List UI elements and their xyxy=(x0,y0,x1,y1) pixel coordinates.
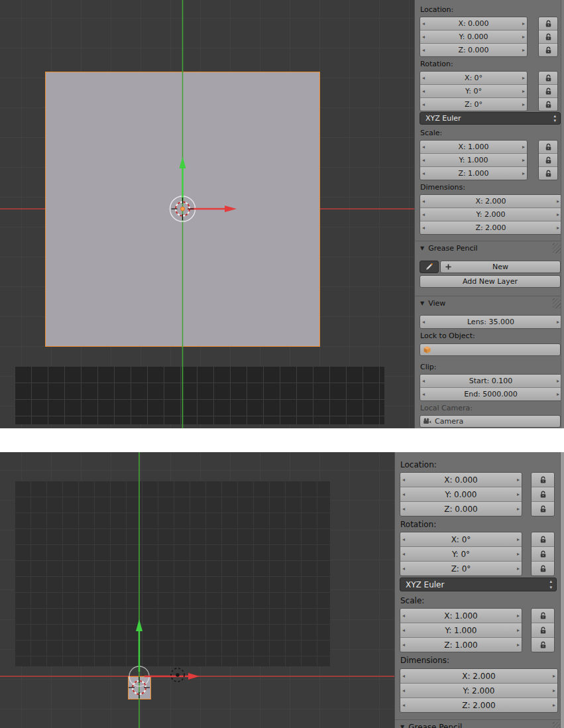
rotation-y-field[interactable]: Y: 0° xyxy=(400,546,522,561)
camera-icon xyxy=(423,417,431,426)
location-x-field[interactable]: X: 0.000 xyxy=(400,473,522,487)
scale-z-field[interactable]: Z: 1.000 xyxy=(420,166,527,180)
location-z-lock-button[interactable] xyxy=(532,501,554,516)
scale-y-lock-button[interactable] xyxy=(532,623,554,637)
rotation-x-field[interactable]: X: 0° xyxy=(400,532,522,546)
dimensions-y-field[interactable]: Y: 2.000 xyxy=(420,208,561,221)
scale-z-lock-button[interactable] xyxy=(532,637,554,652)
clip-start-field[interactable]: Start: 0.100 xyxy=(420,375,561,387)
location-z-lock-button[interactable] xyxy=(539,43,557,56)
location-y-field[interactable]: Y: 0.000 xyxy=(420,30,527,43)
panel-scrollbar[interactable] xyxy=(560,452,564,728)
translate-gizmo[interactable] xyxy=(170,156,237,221)
rotation-mode-dropdown[interactable]: XYZ Euler xyxy=(420,112,561,125)
location-y-field[interactable]: Y: 0.000 xyxy=(400,487,522,501)
viewport-overlay xyxy=(0,0,414,428)
grease-pencil-new-button[interactable]: New xyxy=(440,261,561,273)
panel-scrollbar[interactable] xyxy=(561,0,564,428)
lock-to-object-label: Lock to Object: xyxy=(420,332,475,340)
object-cube-icon xyxy=(423,345,431,354)
gizmo-right-arrowhead[interactable] xyxy=(188,673,199,680)
point-lamp-object[interactable] xyxy=(171,668,184,682)
location-z-field[interactable]: Z: 0.000 xyxy=(400,501,522,516)
gizmo-up-arrowhead[interactable] xyxy=(180,156,186,168)
location-z-field[interactable]: Z: 0.000 xyxy=(420,43,527,56)
dimensions-z-field[interactable]: Z: 2.000 xyxy=(400,698,557,712)
scale-x-lock-button[interactable] xyxy=(539,141,557,153)
gizmo-right-arrowhead[interactable] xyxy=(225,206,237,212)
add-new-layer-button[interactable]: Add New Layer xyxy=(420,275,561,288)
scale-x-field[interactable]: X: 1.000 xyxy=(400,609,522,623)
lens-field[interactable]: Lens: 35.000 xyxy=(420,316,561,328)
unlock-icon xyxy=(539,626,547,635)
rotation-z-lock-button[interactable] xyxy=(532,561,554,576)
clip-end-field[interactable]: End: 5000.000 xyxy=(420,387,561,400)
rotation-label: Rotation: xyxy=(420,60,453,68)
scale-y-field[interactable]: Y: 1.000 xyxy=(420,153,527,166)
unlock-icon xyxy=(544,100,553,109)
scale-z-lock-button[interactable] xyxy=(539,166,557,180)
grease-pencil-panel-header[interactable]: ▼ Grease Pencil xyxy=(395,719,564,728)
unlock-icon xyxy=(539,475,547,484)
grease-pencil-header-label: Grease Pencil xyxy=(408,723,462,728)
scale-y-lock-button[interactable] xyxy=(539,153,557,166)
grease-pencil-header-label: Grease Pencil xyxy=(428,244,477,253)
unlock-icon xyxy=(539,505,547,513)
scale-lock-column xyxy=(531,608,555,652)
scale-x-field[interactable]: X: 1.000 xyxy=(420,141,527,153)
local-camera-label: Local Camera: xyxy=(420,404,473,412)
dimensions-x-field[interactable]: X: 2.000 xyxy=(400,669,557,683)
location-y-lock-button[interactable] xyxy=(532,487,554,501)
rotation-z-lock-button[interactable] xyxy=(539,97,557,111)
viewport-overlay xyxy=(0,452,394,728)
rotation-label: Rotation: xyxy=(400,520,436,529)
3d-viewport[interactable] xyxy=(0,0,414,428)
location-fields: X: 0.000 Y: 0.000 Z: 0.000 xyxy=(400,472,522,516)
scale-fields: X: 1.000 Y: 1.000 Z: 1.000 xyxy=(420,140,528,180)
rotation-z-field[interactable]: Z: 0° xyxy=(400,561,522,576)
clip-label: Clip: xyxy=(420,363,436,371)
view-panel-header[interactable]: ▼ View xyxy=(415,296,564,310)
properties-n-panel: Location: X: 0.000 Y: 0.000 Z: 0.000 Rot… xyxy=(394,452,564,728)
object-origin-dot xyxy=(181,207,185,211)
scale-fields: X: 1.000 Y: 1.000 Z: 1.000 xyxy=(400,608,522,652)
scale-label: Scale: xyxy=(420,129,442,137)
scale-y-field[interactable]: Y: 1.000 xyxy=(400,623,522,637)
scale-x-lock-button[interactable] xyxy=(532,609,554,623)
scale-z-field[interactable]: Z: 1.000 xyxy=(400,637,522,652)
rotation-mode-dropdown[interactable]: XYZ Euler xyxy=(400,577,557,591)
location-x-field[interactable]: X: 0.000 xyxy=(420,17,527,30)
rotation-z-field[interactable]: Z: 0° xyxy=(420,97,527,111)
rotation-x-lock-button[interactable] xyxy=(532,532,554,546)
grease-pencil-panel-header[interactable]: ▼ Grease Pencil xyxy=(415,241,564,255)
rotation-lock-column xyxy=(531,532,555,576)
location-x-lock-button[interactable] xyxy=(532,473,554,487)
scale-lock-column xyxy=(538,140,558,180)
translate-gizmo[interactable] xyxy=(129,619,199,686)
rotation-y-lock-button[interactable] xyxy=(532,546,554,561)
dimensions-x-field[interactable]: X: 2.000 xyxy=(420,195,561,208)
lock-to-object-field[interactable] xyxy=(420,343,561,356)
location-lock-column xyxy=(531,472,555,516)
gizmo-up-arrowhead[interactable] xyxy=(136,619,142,631)
add-layer-row: Add New Layer xyxy=(420,275,561,288)
local-camera-field[interactable]: Camera xyxy=(420,415,561,428)
3d-viewport[interactable] xyxy=(0,452,394,728)
unlock-icon xyxy=(539,611,547,620)
unlock-icon xyxy=(539,535,547,544)
unlock-icon xyxy=(539,490,547,499)
location-y-lock-button[interactable] xyxy=(539,30,557,43)
unlock-icon xyxy=(544,46,553,54)
dimensions-z-field[interactable]: Z: 2.000 xyxy=(420,221,561,234)
grease-pencil-icon-button[interactable] xyxy=(420,261,439,273)
rotation-lock-column xyxy=(538,71,558,111)
rotation-y-field[interactable]: Y: 0° xyxy=(420,84,527,97)
rotation-y-lock-button[interactable] xyxy=(539,84,557,97)
dimensions-fields: X: 2.000 Y: 2.000 Z: 2.000 xyxy=(420,194,562,235)
location-x-lock-button[interactable] xyxy=(539,17,557,30)
unlock-icon xyxy=(544,169,553,178)
rotation-x-field[interactable]: X: 0° xyxy=(420,72,527,84)
location-label: Location: xyxy=(420,5,453,14)
rotation-x-lock-button[interactable] xyxy=(539,72,557,84)
dimensions-y-field[interactable]: Y: 2.000 xyxy=(400,683,557,698)
